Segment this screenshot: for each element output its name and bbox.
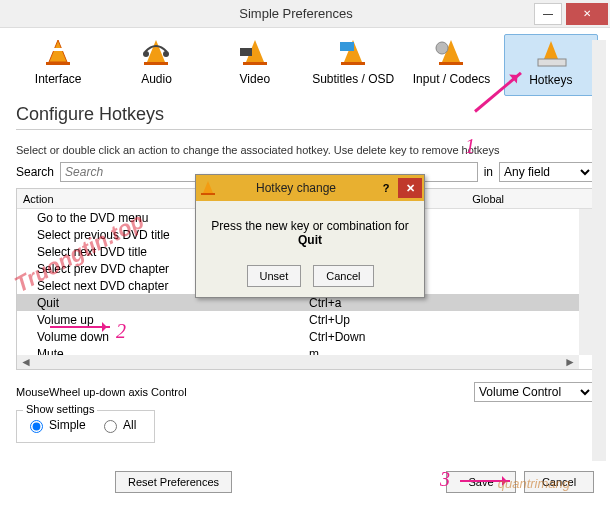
annotation-arrow-2 bbox=[50, 326, 110, 328]
titlebar: Simple Preferences — ✕ bbox=[0, 0, 610, 28]
tab-input-codecs[interactable]: Input / Codecs bbox=[405, 34, 497, 96]
dialog-help-button[interactable]: ? bbox=[374, 178, 398, 198]
tab-audio[interactable]: Audio bbox=[110, 34, 202, 96]
cancel-button[interactable]: Cancel bbox=[524, 471, 594, 493]
v-scrollbar[interactable] bbox=[579, 209, 593, 355]
tab-video[interactable]: Video bbox=[209, 34, 301, 96]
instruction-text: Select or double click an action to chan… bbox=[16, 144, 594, 156]
tab-label: Interface bbox=[14, 72, 102, 86]
prefs-tabs: Interface Audio Video Subtitles / OSD In… bbox=[0, 28, 610, 96]
annotation-3: 3 bbox=[440, 468, 450, 491]
hotkey-change-dialog: Hotkey change ? ✕ Press the new key or c… bbox=[195, 174, 425, 298]
annotation-2: 2 bbox=[116, 320, 126, 343]
vlc-cone-icon bbox=[200, 180, 218, 196]
svg-rect-8 bbox=[243, 62, 267, 65]
dialog-close-button[interactable]: ✕ bbox=[398, 178, 422, 198]
svg-rect-19 bbox=[201, 193, 215, 195]
svg-point-15 bbox=[436, 42, 448, 54]
tab-interface[interactable]: Interface bbox=[12, 34, 104, 96]
show-settings-group: Show settings Simple All bbox=[16, 410, 155, 443]
h-scrollbar[interactable]: ◄► bbox=[17, 355, 579, 369]
unset-button[interactable]: Unset bbox=[247, 265, 302, 287]
in-label: in bbox=[484, 165, 493, 179]
svg-rect-1 bbox=[46, 62, 70, 65]
svg-rect-4 bbox=[144, 62, 168, 65]
svg-rect-2 bbox=[53, 48, 63, 51]
svg-marker-3 bbox=[147, 40, 165, 62]
minimize-button[interactable]: — bbox=[534, 3, 562, 25]
search-field-select[interactable]: Any field bbox=[499, 162, 594, 182]
svg-rect-9 bbox=[240, 48, 252, 56]
page-heading: Configure Hotkeys bbox=[16, 104, 594, 130]
svg-rect-11 bbox=[341, 62, 365, 65]
svg-rect-17 bbox=[538, 59, 566, 66]
cone-subtitle-icon bbox=[336, 38, 370, 68]
dialog-message: Press the new key or combination for Qui… bbox=[206, 219, 414, 247]
mousewheel-select[interactable]: Volume Control bbox=[474, 382, 594, 402]
tab-label: Input / Codecs bbox=[407, 72, 495, 86]
svg-rect-14 bbox=[439, 62, 463, 65]
svg-marker-16 bbox=[544, 41, 558, 59]
mousewheel-label: MouseWheel up-down axis Control bbox=[16, 386, 474, 398]
cone-headphones-icon bbox=[139, 38, 173, 68]
col-global[interactable]: Global bbox=[466, 193, 593, 205]
window-title: Simple Preferences bbox=[60, 6, 532, 21]
svg-point-5 bbox=[143, 51, 149, 57]
cone-icon bbox=[41, 38, 75, 68]
reset-preferences-button[interactable]: Reset Preferences bbox=[115, 471, 232, 493]
annotation-arrow-3 bbox=[460, 480, 510, 482]
tab-hotkeys[interactable]: Hotkeys bbox=[504, 34, 598, 96]
cone-keyboard-icon bbox=[534, 39, 568, 69]
radio-all[interactable]: All bbox=[99, 417, 136, 433]
svg-marker-18 bbox=[203, 181, 213, 193]
dialog-title: Hotkey change bbox=[218, 181, 374, 195]
svg-point-6 bbox=[163, 51, 169, 57]
tab-label: Subtitles / OSD bbox=[309, 72, 397, 86]
dialog-cancel-button[interactable]: Cancel bbox=[313, 265, 373, 287]
svg-rect-12 bbox=[340, 42, 354, 51]
tab-label: Audio bbox=[112, 72, 200, 86]
cone-film-icon bbox=[238, 38, 272, 68]
cone-disc-icon bbox=[434, 38, 468, 68]
show-settings-legend: Show settings bbox=[23, 403, 97, 415]
tab-label: Video bbox=[211, 72, 299, 86]
tab-subtitles[interactable]: Subtitles / OSD bbox=[307, 34, 399, 96]
close-button[interactable]: ✕ bbox=[566, 3, 608, 25]
outer-v-scrollbar[interactable] bbox=[592, 40, 606, 461]
radio-simple[interactable]: Simple bbox=[25, 417, 86, 433]
annotation-1: 1 bbox=[465, 135, 475, 158]
search-label: Search bbox=[16, 165, 54, 179]
